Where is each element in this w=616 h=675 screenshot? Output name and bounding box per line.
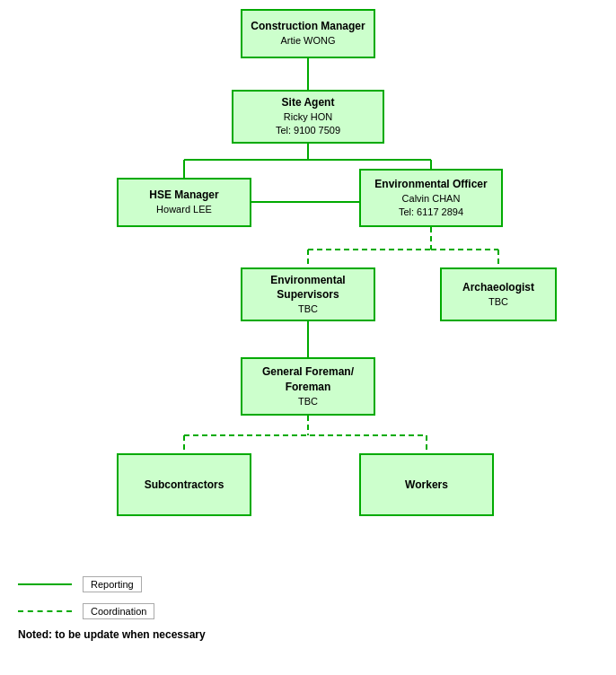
cm-sub1: Artie WONG bbox=[280, 34, 335, 48]
node-general-foreman: General Foreman/ Foreman TBC bbox=[241, 357, 375, 416]
sa-sub1: Ricky HON bbox=[284, 110, 332, 124]
node-workers: Workers bbox=[359, 453, 494, 516]
note-text: Noted: to be update when necessary bbox=[18, 628, 206, 641]
coordination-line-icon bbox=[18, 610, 72, 612]
eo-sub1: Calvin CHAN bbox=[402, 192, 461, 206]
hse-sub1: Howard LEE bbox=[156, 203, 212, 216]
legend: Reporting Coordination bbox=[18, 576, 154, 619]
node-hse-manager: HSE Manager Howard LEE bbox=[117, 178, 251, 227]
sc-title: Subcontractors bbox=[145, 478, 224, 493]
gf-sub1: TBC bbox=[298, 395, 318, 408]
gf-title: General Foreman/ Foreman bbox=[250, 364, 366, 395]
legend-coordination: Coordination bbox=[18, 603, 154, 619]
w-title: Workers bbox=[405, 478, 448, 493]
hse-title: HSE Manager bbox=[149, 188, 218, 203]
org-chart: Construction Manager Artie WONG Site Age… bbox=[0, 0, 616, 646]
node-construction-manager: Construction Manager Artie WONG bbox=[241, 9, 375, 58]
node-site-agent: Site Agent Ricky HON Tel: 9100 7509 bbox=[232, 90, 384, 144]
node-archaeologist: Archaeologist TBC bbox=[440, 267, 557, 321]
cm-title: Construction Manager bbox=[251, 19, 365, 34]
node-env-supervisors: Environmental Supervisors TBC bbox=[241, 267, 375, 321]
eo-sub2: Tel: 6117 2894 bbox=[399, 206, 463, 219]
reporting-label: Reporting bbox=[83, 576, 142, 592]
node-subcontractors: Subcontractors bbox=[117, 453, 251, 516]
es-sub1: TBC bbox=[298, 302, 318, 316]
reporting-line-icon bbox=[18, 583, 72, 585]
coordination-label: Coordination bbox=[83, 603, 154, 619]
arch-sub1: TBC bbox=[488, 295, 508, 309]
es-title: Environmental Supervisors bbox=[250, 273, 366, 303]
legend-reporting: Reporting bbox=[18, 576, 154, 592]
sa-sub2: Tel: 9100 7509 bbox=[276, 124, 340, 137]
arch-title: Archaeologist bbox=[462, 280, 534, 295]
eo-title: Environmental Officer bbox=[374, 177, 487, 192]
sa-title: Site Agent bbox=[282, 95, 335, 110]
node-environmental-officer: Environmental Officer Calvin CHAN Tel: 6… bbox=[359, 169, 503, 227]
